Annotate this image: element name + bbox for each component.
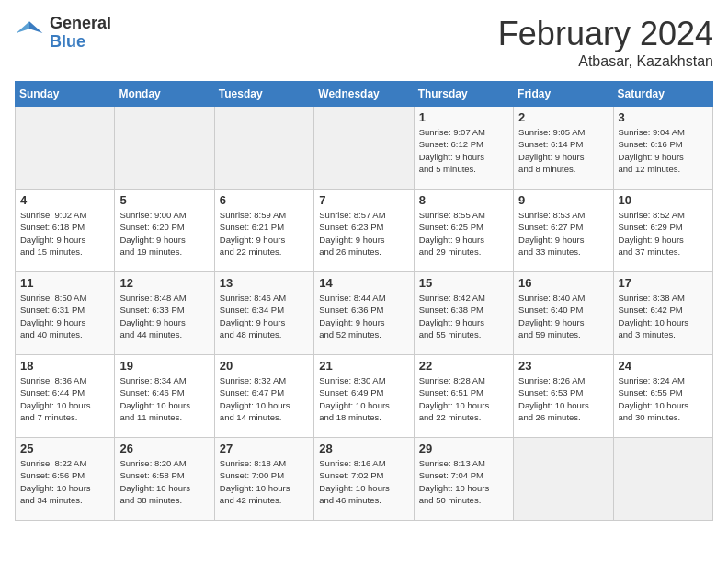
day-info: Sunrise: 8:24 AMSunset: 6:55 PMDaylight:…: [619, 374, 708, 423]
calendar-cell: 19Sunrise: 8:34 AMSunset: 6:46 PMDayligh…: [115, 355, 214, 438]
svg-marker-0: [29, 21, 42, 33]
day-number: 1: [419, 110, 508, 124]
day-info: Sunrise: 8:18 AMSunset: 7:00 PMDaylight:…: [220, 457, 309, 506]
day-number: 9: [518, 193, 608, 207]
calendar-cell: [314, 107, 414, 190]
day-number: 17: [619, 276, 708, 290]
day-info: Sunrise: 8:34 AMSunset: 6:46 PMDaylight:…: [119, 374, 209, 423]
day-number: 6: [220, 193, 309, 207]
calendar-cell: 8Sunrise: 8:55 AMSunset: 6:25 PMDaylight…: [414, 190, 513, 272]
logo-blue: Blue: [50, 33, 111, 52]
calendar-week-5: 25Sunrise: 8:22 AMSunset: 6:56 PMDayligh…: [16, 438, 713, 521]
day-info: Sunrise: 8:40 AMSunset: 6:40 PMDaylight:…: [518, 292, 608, 340]
day-number: 3: [619, 110, 708, 124]
calendar-cell: 5Sunrise: 9:00 AMSunset: 6:20 PMDaylight…: [115, 190, 214, 272]
day-info: Sunrise: 8:36 AMSunset: 6:44 PMDaylight:…: [20, 374, 109, 423]
day-info: Sunrise: 8:22 AMSunset: 6:56 PMDaylight:…: [20, 457, 109, 506]
page-header: General Blue February 2024 Atbasar, Kaza…: [15, 15, 713, 70]
day-number: 25: [20, 442, 109, 455]
logo-general: General: [50, 15, 111, 33]
day-number: 22: [419, 359, 508, 373]
day-number: 19: [119, 359, 209, 373]
logo-text: General Blue: [50, 15, 111, 52]
day-info: Sunrise: 9:07 AMSunset: 6:12 PMDaylight:…: [419, 126, 508, 175]
calendar-cell: 24Sunrise: 8:24 AMSunset: 6:55 PMDayligh…: [613, 355, 712, 438]
day-info: Sunrise: 9:05 AMSunset: 6:14 PMDaylight:…: [518, 126, 608, 175]
calendar-header: SundayMondayTuesdayWednesdayThursdayFrid…: [16, 82, 713, 107]
day-info: Sunrise: 8:26 AMSunset: 6:53 PMDaylight:…: [518, 374, 608, 423]
calendar-week-2: 4Sunrise: 9:02 AMSunset: 6:18 PMDaylight…: [16, 190, 713, 272]
day-number: 10: [619, 193, 708, 207]
day-number: 8: [419, 193, 508, 207]
header-row: SundayMondayTuesdayWednesdayThursdayFrid…: [16, 82, 713, 107]
calendar-cell: [115, 107, 214, 190]
calendar-cell: 14Sunrise: 8:44 AMSunset: 6:36 PMDayligh…: [314, 272, 414, 355]
calendar-week-3: 11Sunrise: 8:50 AMSunset: 6:31 PMDayligh…: [16, 272, 713, 355]
day-number: 4: [20, 193, 109, 207]
calendar-table: SundayMondayTuesdayWednesdayThursdayFrid…: [15, 81, 713, 521]
day-number: 18: [20, 359, 109, 373]
day-number: 12: [119, 276, 209, 290]
calendar-cell: 23Sunrise: 8:26 AMSunset: 6:53 PMDayligh…: [514, 355, 613, 438]
day-number: 13: [220, 276, 309, 290]
logo: General Blue: [15, 15, 111, 52]
day-info: Sunrise: 8:42 AMSunset: 6:38 PMDaylight:…: [419, 292, 508, 340]
weekday-header-monday: Monday: [115, 82, 214, 107]
day-info: Sunrise: 8:46 AMSunset: 6:34 PMDaylight:…: [220, 292, 309, 340]
calendar-cell: [514, 438, 613, 521]
day-info: Sunrise: 8:38 AMSunset: 6:42 PMDaylight:…: [619, 292, 708, 340]
day-number: 20: [220, 359, 309, 373]
calendar-cell: 12Sunrise: 8:48 AMSunset: 6:33 PMDayligh…: [115, 272, 214, 355]
day-info: Sunrise: 8:13 AMSunset: 7:04 PMDaylight:…: [419, 457, 508, 506]
calendar-cell: 26Sunrise: 8:20 AMSunset: 6:58 PMDayligh…: [115, 438, 214, 521]
day-number: 26: [119, 442, 209, 455]
calendar-cell: 29Sunrise: 8:13 AMSunset: 7:04 PMDayligh…: [414, 438, 513, 521]
calendar-cell: 2Sunrise: 9:05 AMSunset: 6:14 PMDaylight…: [514, 107, 613, 190]
weekday-header-friday: Friday: [514, 82, 613, 107]
logo-bird-icon: [15, 18, 44, 48]
day-number: 11: [20, 276, 109, 290]
calendar-cell: 28Sunrise: 8:16 AMSunset: 7:02 PMDayligh…: [314, 438, 414, 521]
day-info: Sunrise: 8:16 AMSunset: 7:02 PMDaylight:…: [319, 457, 408, 506]
calendar-cell: 7Sunrise: 8:57 AMSunset: 6:23 PMDaylight…: [314, 190, 414, 272]
day-info: Sunrise: 8:59 AMSunset: 6:21 PMDaylight:…: [220, 209, 309, 258]
day-number: 5: [119, 193, 209, 207]
calendar-cell: 15Sunrise: 8:42 AMSunset: 6:38 PMDayligh…: [414, 272, 513, 355]
svg-marker-1: [17, 21, 29, 33]
day-info: Sunrise: 8:44 AMSunset: 6:36 PMDaylight:…: [319, 292, 408, 340]
day-number: 16: [518, 276, 608, 290]
day-info: Sunrise: 9:04 AMSunset: 6:16 PMDaylight:…: [619, 126, 708, 175]
month-year-label: February 2024: [498, 15, 713, 53]
calendar-cell: 20Sunrise: 8:32 AMSunset: 6:47 PMDayligh…: [214, 355, 313, 438]
day-number: 24: [619, 359, 708, 373]
calendar-cell: 21Sunrise: 8:30 AMSunset: 6:49 PMDayligh…: [314, 355, 414, 438]
location-label: Atbasar, Kazakhstan: [498, 53, 713, 70]
weekday-header-saturday: Saturday: [613, 82, 712, 107]
day-info: Sunrise: 8:28 AMSunset: 6:51 PMDaylight:…: [419, 374, 508, 423]
calendar-cell: 10Sunrise: 8:52 AMSunset: 6:29 PMDayligh…: [613, 190, 712, 272]
calendar-week-1: 1Sunrise: 9:07 AMSunset: 6:12 PMDaylight…: [16, 107, 713, 190]
calendar-cell: 13Sunrise: 8:46 AMSunset: 6:34 PMDayligh…: [214, 272, 313, 355]
day-number: 7: [319, 193, 408, 207]
calendar-cell: 25Sunrise: 8:22 AMSunset: 6:56 PMDayligh…: [16, 438, 115, 521]
day-number: 27: [220, 442, 309, 455]
day-number: 23: [518, 359, 608, 373]
day-number: 29: [419, 442, 508, 455]
calendar-cell: 6Sunrise: 8:59 AMSunset: 6:21 PMDaylight…: [214, 190, 313, 272]
calendar-cell: 17Sunrise: 8:38 AMSunset: 6:42 PMDayligh…: [613, 272, 712, 355]
day-info: Sunrise: 9:02 AMSunset: 6:18 PMDaylight:…: [20, 209, 109, 258]
calendar-cell: 1Sunrise: 9:07 AMSunset: 6:12 PMDaylight…: [414, 107, 513, 190]
day-info: Sunrise: 8:52 AMSunset: 6:29 PMDaylight:…: [619, 209, 708, 258]
day-info: Sunrise: 8:53 AMSunset: 6:27 PMDaylight:…: [518, 209, 608, 258]
calendar-cell: [613, 438, 712, 521]
weekday-header-tuesday: Tuesday: [214, 82, 313, 107]
day-info: Sunrise: 8:50 AMSunset: 6:31 PMDaylight:…: [20, 292, 109, 340]
calendar-cell: 27Sunrise: 8:18 AMSunset: 7:00 PMDayligh…: [214, 438, 313, 521]
day-number: 14: [319, 276, 408, 290]
calendar-cell: 9Sunrise: 8:53 AMSunset: 6:27 PMDaylight…: [514, 190, 613, 272]
calendar-cell: [214, 107, 313, 190]
day-number: 28: [319, 442, 408, 455]
calendar-body: 1Sunrise: 9:07 AMSunset: 6:12 PMDaylight…: [16, 107, 713, 521]
calendar-cell: 18Sunrise: 8:36 AMSunset: 6:44 PMDayligh…: [16, 355, 115, 438]
day-number: 2: [518, 110, 608, 124]
